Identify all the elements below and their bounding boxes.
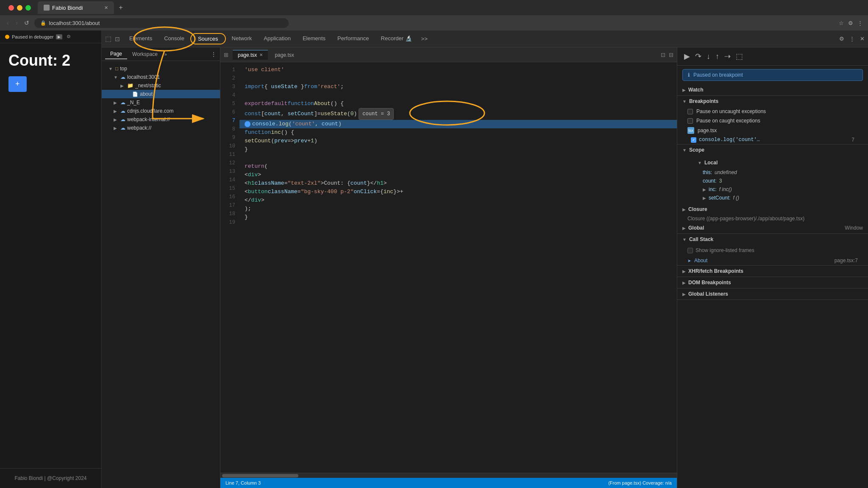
sources-subtab-page[interactable]: Page <box>105 49 127 59</box>
increment-button[interactable]: + <box>8 76 27 92</box>
close-window-button[interactable] <box>8 5 14 11</box>
tree-item-cdnjs[interactable]: ▶ ☁ cdnjs.cloudflare.com <box>102 107 220 115</box>
editor-format-icon[interactable]: ⊡ <box>661 52 665 58</box>
tab-elements[interactable]: Elements <box>123 32 158 46</box>
scope-setcount[interactable]: ▶ setCount: f () <box>703 194 858 202</box>
scope-expand-inc-icon[interactable]: ▶ <box>703 187 706 192</box>
bp-check-icon[interactable]: ✓ <box>691 137 696 143</box>
caught-checkbox-input[interactable] <box>687 118 693 124</box>
editor-panel-icon[interactable]: ⊟ <box>669 52 673 58</box>
forward-button[interactable]: › <box>14 19 19 27</box>
tab-sources[interactable]: Sources <box>190 33 226 44</box>
uncaught-checkbox-input[interactable] <box>687 109 693 114</box>
devtools-settings-icon[interactable]: ⚙ <box>839 36 844 42</box>
scrollbar-thumb[interactable] <box>222 474 298 477</box>
active-browser-tab[interactable]: Fabio Biondi ✕ <box>38 1 114 14</box>
global-scope-header[interactable]: ▶ Global Window <box>677 222 868 233</box>
scope-section-header[interactable]: ▼ Scope <box>677 144 868 155</box>
paused-in-debugger-badge: Paused in debugger ▶ ⚙ <box>0 30 101 43</box>
pause-caught-checkbox[interactable]: Pause on caught exceptions <box>677 116 868 125</box>
scope-val-this: undefined <box>715 169 737 175</box>
global-listeners-arrow-icon: ▶ <box>682 292 686 297</box>
local-scope-title: Local <box>704 160 718 166</box>
fullscreen-window-button[interactable] <box>25 5 31 11</box>
code-editor: ⊞ page.tsx ✕ page.tsx ⊡ ⊟ 1 <box>220 47 677 488</box>
tab-recorder[interactable]: Recorder 🔬 <box>375 32 418 46</box>
back-button[interactable]: ‹ <box>5 19 11 27</box>
bookmarks-icon[interactable]: ☆ <box>839 20 844 26</box>
scope-expand-setcount-icon[interactable]: ▶ <box>703 196 706 200</box>
global-listeners-header[interactable]: ▶ Global Listeners <box>677 288 868 299</box>
minimize-window-button[interactable] <box>17 5 22 11</box>
local-arrow-icon: ▼ <box>698 161 702 165</box>
code-line-19 <box>239 222 677 230</box>
address-bar[interactable]: 🔒 localhost:3001/about <box>34 18 289 28</box>
file-tree: ▼ □ top ▼ ☁ localhost:3001 ▶ 📁 _next/sta… <box>102 61 220 488</box>
sources-subtab-workspace[interactable]: Workspace <box>127 50 163 59</box>
sources-more-tabs-button[interactable]: » <box>164 52 167 57</box>
breakpoint-line-item[interactable]: ✓ console.log('count'… 7 <box>677 136 868 144</box>
recorder-tab-label: Recorder 🔬 <box>381 35 412 42</box>
tree-item-about[interactable]: 📄 about <box>102 90 220 98</box>
show-ignore-frames-item[interactable]: Show ignore-listed frames <box>677 245 868 256</box>
dom-section-header[interactable]: ▶ DOM Breakpoints <box>677 277 868 288</box>
devtools-responsive-icon[interactable]: ⊡ <box>115 36 120 42</box>
devtools-inspect-icon[interactable]: ⬚ <box>105 35 111 43</box>
call-stack-section-header[interactable]: ▼ Call Stack <box>677 234 868 245</box>
show-ignore-frames-checkbox[interactable] <box>687 248 693 253</box>
resume-execution-button[interactable]: ▶ <box>682 51 692 62</box>
local-scope-header[interactable]: ▼ Local <box>687 157 858 168</box>
sources-tab-label: Sources <box>198 36 218 42</box>
editor-tab-page-tsx-inactive[interactable]: page.tsx <box>270 50 299 60</box>
more-icon[interactable]: ⋮ <box>857 20 863 26</box>
closure-arrow-icon: ▶ <box>682 207 686 212</box>
tree-item-ne[interactable]: ▶ ☁ _N_E <box>102 98 220 107</box>
settings-icon[interactable]: ⚙ <box>67 34 71 39</box>
scope-inc[interactable]: ▶ inc: f inc() <box>703 185 858 194</box>
tree-item-webpack[interactable]: ▶ ☁ webpack:// <box>102 124 220 132</box>
tree-item-webpack-internal[interactable]: ▶ ☁ webpack-internal:// <box>102 115 220 124</box>
dont-pause-exceptions-button[interactable]: ⬚ <box>734 51 745 62</box>
tree-label-about: about <box>140 91 153 97</box>
devtools-panel: ⬚ ⊡ Elements Console Sources Network App… <box>102 30 868 488</box>
new-tab-button[interactable]: + <box>116 3 126 13</box>
pause-uncaught-checkbox[interactable]: Pause on uncaught exceptions <box>677 107 868 116</box>
page-subtab-label: Page <box>110 51 122 57</box>
closure-scope-header[interactable]: ▶ Closure <box>677 204 868 215</box>
tab-close-button[interactable]: ✕ <box>104 5 108 11</box>
bp-line-number: 7 <box>851 137 854 143</box>
tab-performance[interactable]: Performance <box>331 32 375 46</box>
tab-console[interactable]: Console <box>158 32 190 46</box>
resume-button[interactable]: ▶ <box>56 34 62 39</box>
editor-tab-close-icon[interactable]: ✕ <box>259 53 263 57</box>
devtools-more-icon[interactable]: ⋮ <box>849 36 855 42</box>
tree-item-top[interactable]: ▼ □ top <box>102 64 220 73</box>
tree-item-next-static[interactable]: ▶ 📁 _next/static <box>102 81 220 90</box>
code-line-12: return ( <box>239 162 677 171</box>
tree-item-localhost[interactable]: ▼ ☁ localhost:3001 <box>102 73 220 81</box>
horizontal-scrollbar[interactable] <box>220 473 677 478</box>
devtools-close-icon[interactable]: ✕ <box>860 36 865 42</box>
editor-tab-label-active: page.tsx <box>238 52 257 58</box>
extensions-icon[interactable]: ⚙ <box>848 20 853 26</box>
scope-section: ▼ Scope ▼ Local this: undefined <box>677 144 868 234</box>
tab-application[interactable]: Application <box>258 32 297 46</box>
tab-elements2[interactable]: Elements <box>297 32 331 46</box>
devtools-actions: ⚙ ⋮ ✕ <box>839 36 865 42</box>
watch-section-header[interactable]: ▶ Watch <box>677 84 868 95</box>
call-frame-about[interactable]: ➤ About page.tsx:7 <box>677 256 868 265</box>
deactivate-breakpoints-button[interactable]: ⇢ <box>723 51 732 62</box>
breakpoints-section-header[interactable]: ▼ Breakpoints <box>677 96 868 107</box>
devtools-more-tabs-button[interactable]: >> <box>418 36 431 42</box>
tab-network[interactable]: Network <box>226 32 258 46</box>
breakpoint-file-item: tsx page.tsx <box>677 125 868 136</box>
sources-panel-menu-icon[interactable]: ⋮ <box>211 51 217 58</box>
call-stack-section: ▼ Call Stack Show ignore-listed frames ➤… <box>677 234 868 266</box>
editor-toggle-icon[interactable]: ⊞ <box>224 52 228 58</box>
xhr-section-header[interactable]: ▶ XHR/fetch Breakpoints <box>677 266 868 277</box>
reload-button[interactable]: ↺ <box>22 19 31 27</box>
step-over-button[interactable]: ↷ <box>693 51 703 62</box>
editor-tab-page-tsx-active[interactable]: page.tsx ✕ <box>233 50 268 60</box>
step-out-button[interactable]: ↑ <box>714 51 721 62</box>
step-into-button[interactable]: ↓ <box>705 51 712 62</box>
